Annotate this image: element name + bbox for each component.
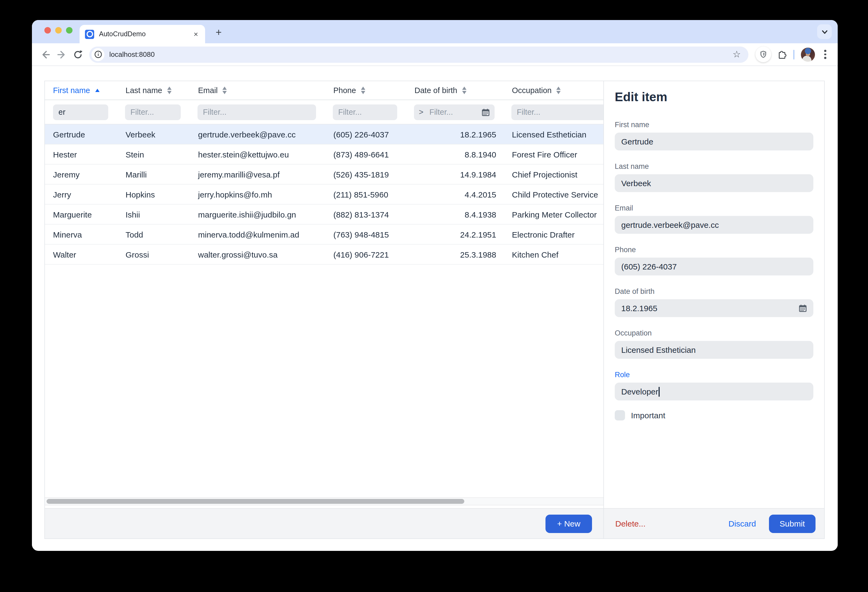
cell-occupation: Electronic Drafter [504,230,603,239]
field-value: (605) 226-4037 [621,262,677,271]
column-header-phone[interactable]: Phone [325,86,406,95]
calendar-button[interactable] [799,304,807,312]
column-header-first-name[interactable]: First name [45,86,117,95]
reload-button[interactable] [70,46,86,62]
column-header-email[interactable]: Email [190,86,325,95]
date-filter-input[interactable] [428,107,482,117]
cell-last: Grossi [117,250,190,259]
cell-occupation: Child Protective Service [504,190,603,199]
site-info-button[interactable] [92,48,105,61]
cell-dob: 24.2.1951 [406,230,504,239]
cell-dob: 14.9.1984 [406,170,504,179]
column-header-occupation[interactable]: Occupation [504,86,603,95]
field-label: Role [615,370,813,380]
browser-tab[interactable]: AutoCrudDemo × [80,25,205,43]
field-input-occupation[interactable]: Licensed Esthetician [615,341,813,359]
cell-email: hester.stein@kettujwo.eu [190,150,325,159]
url-text[interactable]: localhost:8080 [109,50,733,58]
field-group-last-name: Last nameVerbeek [615,162,813,192]
fullscreen-window-button[interactable] [66,27,72,34]
filter-input[interactable] [198,104,316,120]
date-filter-field[interactable]: > [414,104,495,120]
sort-toggle-icon [462,87,466,94]
submit-button[interactable]: Submit [769,514,815,533]
cell-email: walter.grossi@tuvo.sa [190,250,325,259]
bookmark-star-icon[interactable]: ☆ [733,49,741,60]
extensions-button[interactable] [774,46,790,62]
cell-first: Minerva [45,230,117,239]
tab-close-icon[interactable]: × [191,29,201,39]
grid-footer: + New [45,508,603,539]
new-item-button[interactable]: + New [545,514,592,533]
table-row[interactable]: HesterSteinhester.stein@kettujwo.eu(873)… [45,145,603,164]
table-row[interactable]: JerryHopkinsjerry.hopkins@fo.mh(211) 851… [45,185,603,205]
table-row[interactable]: WalterGrossiwalter.grossi@tuvo.sa(416) 9… [45,245,603,264]
cell-last: Marilli [117,170,190,179]
horizontal-scrollbar-thumb[interactable] [47,499,464,504]
table-row[interactable]: GertrudeVerbeekgertrude.verbeek@pave.cc(… [45,124,603,145]
filter-input[interactable] [511,104,603,120]
edit-item-panel: Edit item First nameGertrudeLast nameVer… [603,81,824,539]
field-label: First name [615,120,813,130]
table-row[interactable]: MinervaToddminerva.todd@kulmenim.ad(763)… [45,224,603,245]
filter-input[interactable] [333,104,397,120]
edit-form: First nameGertrudeLast nameVerbeekEmailg… [615,120,813,400]
important-row: Important [615,410,813,421]
close-window-button[interactable] [44,27,51,34]
field-input-role[interactable]: Developer [615,382,813,400]
reload-icon [72,49,83,60]
address-bar[interactable]: localhost:8080 ☆ [89,46,748,62]
field-group-role: RoleDeveloper [615,370,813,400]
cell-phone: (763) 948-4815 [325,230,406,239]
cell-phone: (416) 906-7221 [325,250,406,259]
password-extension-button[interactable] [756,47,771,62]
minimize-window-button[interactable] [55,27,62,34]
filter-input[interactable] [53,104,108,120]
important-checkbox[interactable] [615,410,625,421]
profile-avatar[interactable] [801,47,815,61]
field-label: Occupation [615,328,813,338]
field-input-first-name[interactable]: Gertrude [615,133,813,151]
field-input-date-of-birth[interactable]: 18.2.1965 [615,299,813,317]
calendar-icon [482,108,490,116]
field-label: Last name [615,162,813,171]
column-header-last-name[interactable]: Last name [117,86,190,95]
cell-dob: 25.3.1988 [406,250,504,259]
filter-input[interactable] [125,104,181,120]
chevron-down-icon [821,28,828,35]
column-header-label: Last name [125,86,162,95]
browser-menu-button[interactable] [818,47,832,61]
forward-button[interactable] [53,46,70,62]
field-input-last-name[interactable]: Verbeek [615,174,813,192]
tab-title: AutoCrudDemo [99,30,191,38]
horizontal-scrollbar-track[interactable] [45,497,603,505]
sort-toggle-icon [557,87,561,94]
column-header-label: First name [53,86,90,95]
tab-search-button[interactable] [817,24,832,39]
back-button[interactable] [37,46,53,62]
delete-button[interactable]: Delete... [615,519,646,528]
panel-footer: Delete... Discard Submit [604,508,824,539]
filter-cell [45,104,117,120]
cell-last: Hopkins [117,190,190,199]
new-tab-button[interactable]: + [213,27,224,38]
field-input-email[interactable]: gertrude.verbeek@pave.cc [615,216,813,234]
page-content: First nameLast nameEmailPhoneDate of bir… [32,66,838,550]
filter-cell [190,104,325,120]
sort-toggle-icon [361,87,365,94]
cell-first: Walter [45,250,117,259]
browser-window: AutoCrudDemo × + [32,20,838,551]
table-row[interactable]: MargueriteIshiimarguerite.ishii@judbilo.… [45,205,603,224]
cell-email: minerva.todd@kulmenim.ad [190,230,325,239]
calendar-button[interactable] [482,108,490,116]
cell-occupation: Chief Projectionist [504,170,603,179]
important-label: Important [631,411,665,420]
field-input-phone[interactable]: (605) 226-4037 [615,258,813,275]
table-row[interactable]: JeremyMarillijeremy.marilli@vesa.pf(526)… [45,164,603,185]
greater-than-prefix: > [419,108,424,116]
discard-button[interactable]: Discard [728,519,756,528]
column-header-date-of-birth[interactable]: Date of birth [406,86,504,95]
grid-header-row: First nameLast nameEmailPhoneDate of bir… [45,81,603,100]
kebab-dot [824,53,826,56]
window-controls [44,27,72,34]
